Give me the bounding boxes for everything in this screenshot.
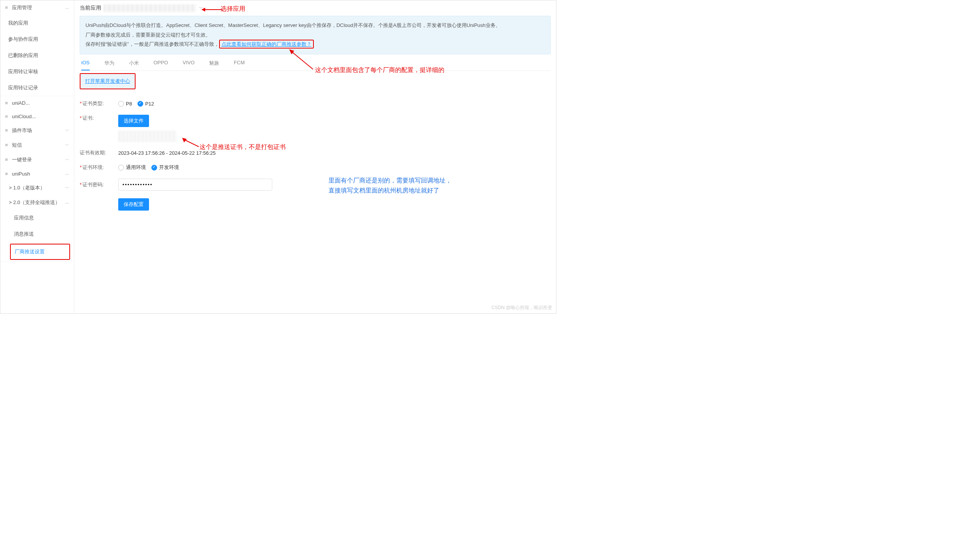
topbar: 当前应用 ﹀ bbox=[80, 0, 551, 16]
chevron-down-icon: ﹀ bbox=[65, 185, 69, 191]
main-panel: 当前应用 ﹀ UniPush由DCloud与个推联合打造。AppSecret、C… bbox=[74, 0, 556, 313]
chevron-up-icon: ︿ bbox=[65, 171, 69, 177]
sidebar-group-unipush[interactable]: uniPush ︿ bbox=[0, 167, 74, 181]
sidebar-item-myapps[interactable]: 我的应用 bbox=[0, 15, 74, 31]
sidebar-uniad-label: uniAD... bbox=[12, 100, 30, 106]
sidebar-unipush-label: uniPush bbox=[12, 171, 30, 177]
radio-env-general-label: 通用环境 bbox=[126, 164, 146, 171]
info-line3-text: 保存时报“验证错误”，一般是厂商推送参数填写不正确导致， bbox=[85, 41, 219, 47]
radio-env-dev-label: 开发环境 bbox=[159, 164, 179, 171]
sidebar-v2-label: 2.0（支持全端推送） bbox=[13, 199, 60, 205]
chevron-down-icon: ﹀ bbox=[65, 142, 69, 148]
vendor-params-link[interactable]: 点此查看如何获取正确的厂商推送参数？ bbox=[219, 40, 314, 49]
sidebar-group-sms[interactable]: 短信 ﹀ bbox=[0, 138, 74, 152]
sidebar-v1-label: 1.0（老版本） bbox=[13, 185, 45, 191]
tab-ios[interactable]: iOS bbox=[81, 60, 90, 70]
info-line1: UniPush由DCloud与个推联合打造。AppSecret、Client S… bbox=[85, 21, 545, 30]
radio-env-general[interactable]: 通用环境 bbox=[118, 164, 146, 171]
sidebar-item-msgpush[interactable]: 消息推送 bbox=[0, 226, 74, 242]
apple-dev-link-row: 打开苹果开发者中心 bbox=[80, 73, 136, 89]
cert-file-preview bbox=[118, 131, 176, 142]
ios-form: *证书类型: P8 P12 *证书: 选择文件 证书有效期: 2023-04-2… bbox=[80, 89, 551, 214]
radio-p8-label: P8 bbox=[126, 101, 132, 107]
sidebar-sms-label: 短信 bbox=[12, 142, 22, 148]
radio-env-dev[interactable]: 开发环境 bbox=[151, 164, 179, 171]
chevron-up-icon: ︿ bbox=[65, 200, 69, 206]
sidebar-group-unicloud[interactable]: uniCloud... bbox=[0, 110, 74, 123]
info-banner: UniPush由DCloud与个推联合打造。AppSecret、Client S… bbox=[80, 16, 551, 54]
menu-icon bbox=[5, 157, 10, 161]
cert-label: *证书: bbox=[80, 115, 118, 122]
chevron-down-icon: ﹀ bbox=[65, 157, 69, 163]
apple-dev-link[interactable]: 打开苹果开发者中心 bbox=[85, 78, 130, 84]
choose-file-button[interactable]: 选择文件 bbox=[118, 115, 149, 127]
sidebar-item-v1[interactable]: > 1.0（老版本） ﹀ bbox=[0, 181, 74, 195]
info-line2: 厂商参数修改完成后，需要重新提交云端打包才可生效。 bbox=[85, 30, 545, 40]
validity-value: 2023-04-23 17:56:26 - 2024-05-22 17:56:2… bbox=[118, 150, 216, 156]
radio-p8[interactable]: P8 bbox=[118, 101, 132, 107]
sidebar-oneclick-label: 一键登录 bbox=[12, 157, 32, 162]
sidebar-item-collab[interactable]: 参与协作应用 bbox=[0, 31, 74, 47]
tab-huawei[interactable]: 华为 bbox=[104, 60, 114, 70]
menu-icon bbox=[5, 127, 10, 131]
radio-p12[interactable]: P12 bbox=[137, 101, 154, 107]
menu-icon bbox=[5, 100, 10, 104]
sidebar-item-v2[interactable]: > 2.0（支持全端推送） ︿ bbox=[0, 195, 74, 210]
sidebar-group-app-label: 应用管理 bbox=[12, 5, 32, 10]
app-dropdown[interactable]: ﹀ bbox=[199, 5, 203, 11]
tab-meizu[interactable]: 魅族 bbox=[209, 60, 219, 70]
menu-icon bbox=[5, 114, 10, 117]
radio-p12-label: P12 bbox=[145, 101, 154, 107]
tab-xiaomi[interactable]: 小米 bbox=[129, 60, 139, 70]
cert-type-label: *证书类型: bbox=[80, 100, 118, 107]
menu-icon bbox=[5, 5, 10, 8]
cert-password-input[interactable] bbox=[118, 179, 272, 191]
chevron-up-icon: ︿ bbox=[65, 5, 69, 11]
vendor-tabs: iOS 华为 小米 OPPO VIVO 魅族 FCM bbox=[80, 54, 551, 71]
sidebar-item-vendorpush[interactable]: 厂商推送设置 bbox=[10, 244, 70, 260]
sidebar-item-appinfo[interactable]: 应用信息 bbox=[0, 210, 74, 226]
sidebar-item-transfer-review[interactable]: 应用转让审核 bbox=[0, 64, 74, 80]
menu-icon bbox=[5, 171, 10, 175]
env-label: *证书环境: bbox=[80, 164, 118, 171]
sidebar-plugins-label: 插件市场 bbox=[12, 127, 32, 133]
current-app-name bbox=[104, 4, 196, 12]
sidebar-group-plugins[interactable]: 插件市场 ﹀ bbox=[0, 123, 74, 138]
save-config-button[interactable]: 保存配置 bbox=[118, 198, 149, 211]
tab-fcm[interactable]: FCM bbox=[234, 60, 245, 70]
chevron-down-icon: ﹀ bbox=[65, 128, 69, 134]
watermark: CSDN @唯心所现，唯识所变 bbox=[491, 305, 552, 311]
sidebar: 应用管理 ︿ 我的应用 参与协作应用 已删除的应用 应用转让审核 应用转让记录 … bbox=[0, 0, 74, 313]
sidebar-group-app[interactable]: 应用管理 ︿ bbox=[0, 0, 74, 15]
tab-oppo[interactable]: OPPO bbox=[154, 60, 168, 70]
info-line3: 保存时报“验证错误”，一般是厂商推送参数填写不正确导致，点此查看如何获取正确的厂… bbox=[85, 40, 545, 49]
pw-label: *证书密码: bbox=[80, 181, 118, 188]
tab-vivo[interactable]: VIVO bbox=[183, 60, 194, 70]
current-app-label: 当前应用 bbox=[80, 5, 101, 12]
sidebar-unicloud-label: uniCloud... bbox=[12, 114, 36, 119]
sidebar-group-uniad[interactable]: uniAD... bbox=[0, 96, 74, 110]
sidebar-item-deleted[interactable]: 已删除的应用 bbox=[0, 47, 74, 64]
sidebar-group-oneclick[interactable]: 一键登录 ﹀ bbox=[0, 152, 74, 167]
menu-icon bbox=[5, 142, 10, 146]
validity-label: 证书有效期: bbox=[80, 149, 118, 156]
sidebar-item-transfer-log[interactable]: 应用转让记录 bbox=[0, 80, 74, 96]
